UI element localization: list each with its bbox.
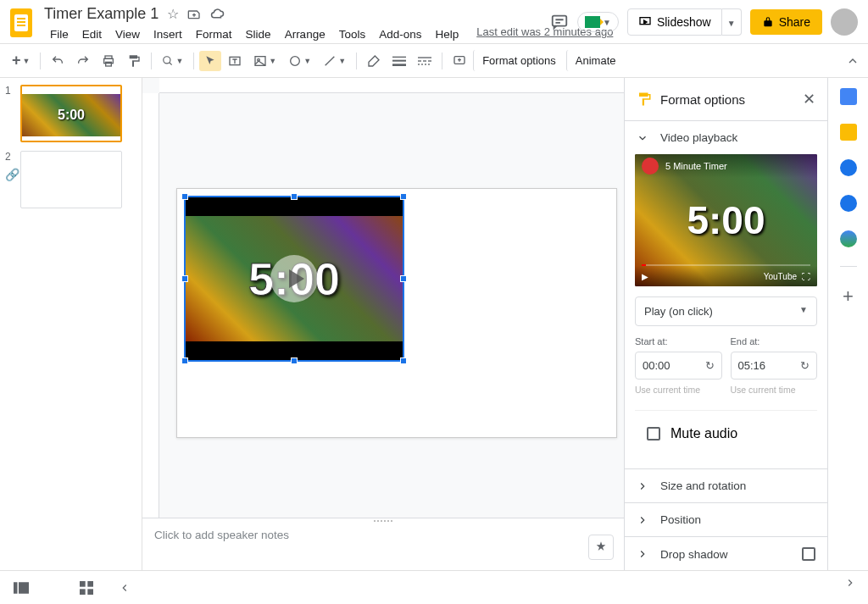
svg-rect-26 <box>80 589 86 595</box>
slideshow-button[interactable]: Slideshow <box>627 8 722 36</box>
canvas-area[interactable]: 5:00 <box>142 78 624 518</box>
explore-button[interactable] <box>588 535 614 560</box>
meet-button[interactable]: ▼ <box>577 12 619 32</box>
header: Timer Example 1 ☆ File Edit View Insert … <box>0 0 868 44</box>
drop-shadow-checkbox[interactable] <box>802 547 815 561</box>
menu-file[interactable]: File <box>44 25 75 43</box>
slides-logo[interactable] <box>10 8 32 37</box>
image-tool[interactable]: ▼ <box>248 50 281 72</box>
play-mode-select[interactable]: Play (on click) ▼ <box>635 296 817 326</box>
collapse-toolbar-icon[interactable] <box>846 54 860 68</box>
position-section[interactable]: Position <box>625 503 827 536</box>
add-addon-icon[interactable]: + <box>843 285 854 308</box>
fullscreen-icon[interactable]: ⛶ <box>802 272 810 281</box>
contacts-icon[interactable] <box>840 195 857 212</box>
undo-button[interactable] <box>46 50 70 72</box>
slide-filmstrip: 1 5:00 🔗 2 <box>0 78 142 570</box>
drop-shadow-section[interactable]: Drop shadow <box>625 537 827 570</box>
cloud-icon[interactable] <box>209 8 225 20</box>
play-icon[interactable]: ▶ <box>642 272 648 281</box>
start-time-input[interactable]: 00:00 ↻ <box>635 352 722 380</box>
mute-audio-row[interactable]: Mute audio <box>635 410 817 457</box>
channel-avatar <box>642 158 659 175</box>
redo-button[interactable] <box>71 50 95 72</box>
comment-button[interactable] <box>448 50 471 72</box>
expand-sidepanel-icon[interactable] <box>844 577 856 589</box>
paint-format-button[interactable] <box>122 50 146 72</box>
video-preview[interactable]: 5 Minute Timer 5:00 ▶ YouTube ⛶ <box>635 154 817 286</box>
format-options-button[interactable]: Format options <box>473 50 565 71</box>
resize-handle[interactable] <box>400 193 407 200</box>
zoom-button[interactable]: ▼ <box>157 51 188 71</box>
comments-icon[interactable] <box>550 13 569 31</box>
move-icon[interactable] <box>187 8 201 21</box>
star-icon[interactable]: ☆ <box>167 6 179 22</box>
notes-resize-handle[interactable]: ⋯⋯ <box>373 515 393 527</box>
print-button[interactable] <box>97 50 120 72</box>
slide-canvas[interactable]: 5:00 <box>176 188 617 438</box>
resize-handle[interactable] <box>291 193 298 200</box>
user-avatar[interactable] <box>831 8 858 36</box>
select-tool[interactable] <box>199 51 221 71</box>
resize-handle[interactable] <box>181 193 188 200</box>
menu-insert[interactable]: Insert <box>147 25 188 43</box>
resize-handle[interactable] <box>181 357 188 364</box>
svg-rect-25 <box>87 581 93 587</box>
play-icon[interactable] <box>270 255 318 302</box>
grid-view-icon[interactable] <box>80 581 93 595</box>
shape-tool[interactable]: ▼ <box>283 50 316 72</box>
resize-handle[interactable] <box>291 357 298 364</box>
ruler-horizontal <box>159 78 624 93</box>
lock-icon <box>762 16 774 28</box>
resize-handle[interactable] <box>400 357 407 364</box>
menu-tools[interactable]: Tools <box>333 25 372 43</box>
slide-thumb-1[interactable]: 1 5:00 <box>5 85 136 142</box>
chevron-right-icon <box>637 480 648 492</box>
maps-icon[interactable] <box>840 230 857 247</box>
new-slide-button[interactable]: +▼ <box>7 47 35 74</box>
svg-rect-15 <box>423 60 426 61</box>
close-icon[interactable]: ✕ <box>803 90 815 108</box>
end-time-input[interactable]: 05:16 ↻ <box>731 352 818 380</box>
animate-button[interactable]: Animate <box>566 50 625 71</box>
chevron-down-icon: ▼ <box>799 305 808 318</box>
svg-rect-10 <box>392 56 406 57</box>
collapse-filmstrip-icon[interactable] <box>119 582 131 594</box>
menu-arrange[interactable]: Arrange <box>279 25 331 43</box>
main-area: 1 5:00 🔗 2 5:00 <box>0 78 868 570</box>
textbox-tool[interactable] <box>223 50 247 72</box>
border-weight-button[interactable] <box>387 51 411 71</box>
line-tool[interactable]: ▼ <box>318 50 351 72</box>
panel-title: Format options <box>660 92 794 107</box>
slideshow-dropdown[interactable]: ▼ <box>722 8 742 36</box>
tasks-icon[interactable] <box>840 159 857 176</box>
video-object[interactable]: 5:00 <box>184 196 404 362</box>
share-button[interactable]: Share <box>750 9 822 35</box>
menu-edit[interactable]: Edit <box>76 25 108 43</box>
menu-help[interactable]: Help <box>429 25 465 43</box>
meet-icon <box>585 16 600 28</box>
video-playback-section[interactable]: Video playback <box>625 121 827 154</box>
resize-handle[interactable] <box>181 275 188 282</box>
speaker-notes[interactable]: ⋯⋯ Click to add speaker notes <box>142 518 624 570</box>
chevron-right-icon <box>637 548 648 560</box>
menu-addons[interactable]: Add-ons <box>373 25 427 43</box>
mute-checkbox[interactable] <box>647 427 660 441</box>
slide-thumb-2[interactable]: 2 <box>5 151 136 208</box>
refresh-icon[interactable]: ↻ <box>705 359 715 372</box>
document-title[interactable]: Timer Example 1 <box>44 5 159 23</box>
menu-format[interactable]: Format <box>190 25 238 43</box>
thumb-box <box>20 151 122 208</box>
border-dash-button[interactable] <box>413 51 437 71</box>
refresh-icon[interactable]: ↻ <box>800 359 810 372</box>
format-icon <box>637 91 652 107</box>
size-rotation-section[interactable]: Size and rotation <box>625 469 827 502</box>
menu-slide[interactable]: Slide <box>240 25 277 43</box>
svg-rect-18 <box>421 64 423 64</box>
keep-icon[interactable] <box>840 124 857 141</box>
menu-view[interactable]: View <box>109 25 146 43</box>
filmstrip-view-icon[interactable] <box>14 582 29 594</box>
border-color-button[interactable] <box>362 50 386 72</box>
calendar-icon[interactable] <box>840 88 857 105</box>
resize-handle[interactable] <box>400 275 407 282</box>
